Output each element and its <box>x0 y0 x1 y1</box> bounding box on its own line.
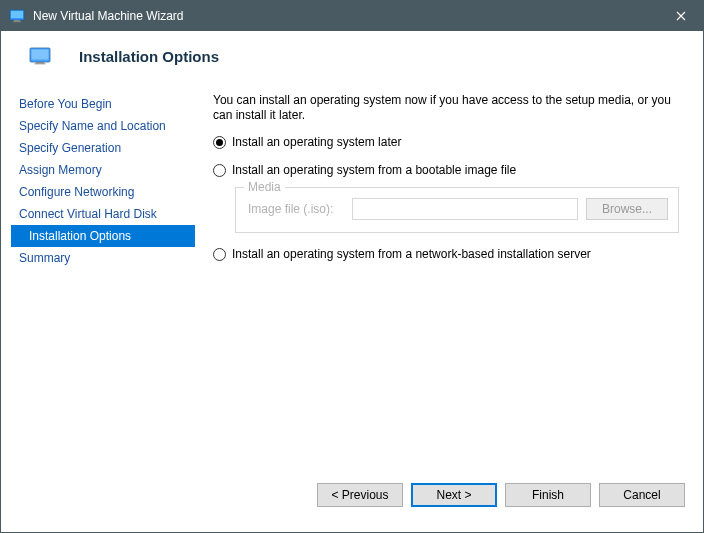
app-icon <box>9 8 25 24</box>
svg-rect-6 <box>36 62 44 63</box>
svg-rect-7 <box>35 63 46 64</box>
svg-rect-3 <box>13 21 21 22</box>
close-button[interactable] <box>658 1 703 31</box>
svg-rect-5 <box>32 50 49 60</box>
sidebar-item-specify-name[interactable]: Specify Name and Location <box>11 115 201 137</box>
radio-icon <box>213 248 226 261</box>
sidebar-item-summary[interactable]: Summary <box>11 247 201 269</box>
sidebar-item-specify-generation[interactable]: Specify Generation <box>11 137 201 159</box>
intro-text: You can install an operating system now … <box>213 93 685 123</box>
sidebar-item-configure-networking[interactable]: Configure Networking <box>11 181 201 203</box>
titlebar: New Virtual Machine Wizard <box>1 1 703 31</box>
finish-button[interactable]: Finish <box>505 483 591 507</box>
radio-icon <box>213 136 226 149</box>
option-install-bootable-label: Install an operating system from a boota… <box>232 163 516 177</box>
header: Installation Options <box>1 31 703 89</box>
sidebar-item-connect-vhd[interactable]: Connect Virtual Hard Disk <box>11 203 201 225</box>
content: You can install an operating system now … <box>201 89 703 469</box>
media-row: Image file (.iso): Browse... <box>248 198 668 220</box>
svg-rect-2 <box>14 20 20 21</box>
option-install-later-label: Install an operating system later <box>232 135 401 149</box>
option-install-network-label: Install an operating system from a netwo… <box>232 247 591 261</box>
option-install-bootable[interactable]: Install an operating system from a boota… <box>213 163 685 177</box>
body: Before You Begin Specify Name and Locati… <box>1 89 703 469</box>
sidebar-item-assign-memory[interactable]: Assign Memory <box>11 159 201 181</box>
browse-button: Browse... <box>586 198 668 220</box>
media-label: Image file (.iso): <box>248 202 344 216</box>
window-title: New Virtual Machine Wizard <box>33 9 658 23</box>
sidebar: Before You Begin Specify Name and Locati… <box>1 89 201 469</box>
media-legend: Media <box>244 180 285 194</box>
cancel-button[interactable]: Cancel <box>599 483 685 507</box>
radio-icon <box>213 164 226 177</box>
option-install-later[interactable]: Install an operating system later <box>213 135 685 149</box>
sidebar-item-installation-options[interactable]: Installation Options <box>11 225 195 247</box>
media-fieldset: Media Image file (.iso): Browse... <box>235 187 679 233</box>
wizard-icon <box>29 47 51 65</box>
next-button[interactable]: Next > <box>411 483 497 507</box>
page-title: Installation Options <box>79 48 219 65</box>
svg-rect-1 <box>11 11 23 18</box>
footer: < Previous Next > Finish Cancel <box>1 469 703 507</box>
iso-path-input <box>352 198 578 220</box>
previous-button[interactable]: < Previous <box>317 483 403 507</box>
sidebar-item-before-you-begin[interactable]: Before You Begin <box>11 93 201 115</box>
option-install-network[interactable]: Install an operating system from a netwo… <box>213 247 685 261</box>
